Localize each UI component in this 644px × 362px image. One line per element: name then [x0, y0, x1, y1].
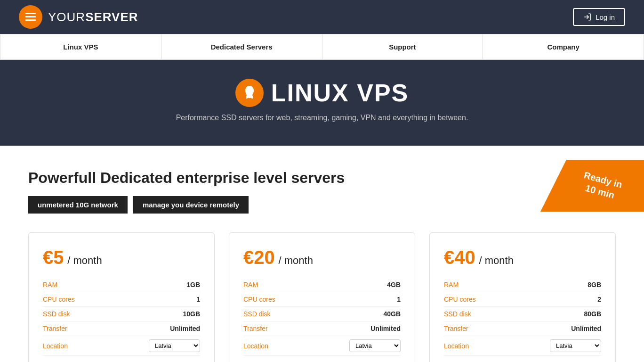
hero-title-row: LINUX VPS — [9, 79, 635, 107]
spec-cpu-1: CPU cores 1 — [43, 292, 200, 307]
section-heading: Powerfull Dedicated enterprise level ser… — [28, 169, 616, 187]
spec-location-2: Location Latvia Netherlands USA — [243, 336, 401, 356]
linux-icon — [235, 79, 264, 107]
svg-rect-2 — [25, 19, 36, 21]
ssd-value-1: 10GB — [183, 310, 200, 318]
transfer-value-1: Unlimited — [170, 325, 200, 332]
main-section: Powerfull Dedicated enterprise level ser… — [0, 146, 644, 362]
spec-transfer-1: Transfer Unlimited — [43, 321, 200, 336]
ram-value-2: 4GB — [387, 281, 401, 288]
badge-network: unmetered 10G network — [28, 196, 128, 214]
cpu-value-2: 1 — [397, 296, 401, 303]
cpu-label-3: CPU cores — [444, 296, 476, 303]
transfer-label-3: Transfer — [444, 325, 468, 332]
ram-value-3: 8GB — [588, 281, 601, 288]
spec-location-3: Location Latvia Netherlands USA — [444, 336, 601, 356]
ssd-label-2: SSD disk — [243, 310, 271, 318]
ram-label-3: RAM — [444, 281, 459, 288]
ready-banner-text: Ready in10 min — [580, 169, 624, 203]
spec-ram-1: RAM 1GB — [43, 278, 200, 292]
spec-cpu-2: CPU cores 1 — [243, 292, 401, 307]
location-label-1: Location — [43, 342, 68, 350]
login-button[interactable]: Log in — [573, 8, 625, 26]
spec-ssd-1: SSD disk 10GB — [43, 307, 200, 321]
nav-linux-vps[interactable]: Linux VPS — [0, 34, 161, 59]
spec-ssd-3: SSD disk 80GB — [444, 307, 601, 321]
logo-area: YOURSERVER — [19, 5, 138, 29]
logo-text: YOURSERVER — [48, 10, 138, 25]
ssd-value-2: 40GB — [383, 310, 401, 318]
cpu-label-2: CPU cores — [243, 296, 275, 303]
spec-ram-3: RAM 8GB — [444, 278, 601, 292]
pricing-card-3: €40 / month RAM 8GB CPU cores 2 SSD disk… — [429, 232, 616, 362]
login-label: Log in — [596, 13, 615, 21]
transfer-label-1: Transfer — [43, 325, 67, 332]
price-amount-3: €40 — [444, 247, 475, 268]
price-line-2: €20 / month — [243, 247, 401, 268]
nav-dedicated-servers[interactable]: Dedicated Servers — [161, 34, 322, 59]
price-line-3: €40 / month — [444, 247, 601, 268]
hero-section: LINUX VPS Performance SSD servers for we… — [0, 60, 644, 146]
nav-support[interactable]: Support — [322, 34, 483, 59]
ram-value-1: 1GB — [186, 281, 200, 288]
main-nav: Linux VPS Dedicated Servers Support Comp… — [0, 34, 644, 60]
spec-ssd-2: SSD disk 40GB — [243, 307, 401, 321]
spec-transfer-3: Transfer Unlimited — [444, 321, 601, 336]
pricing-row: €5 / month RAM 1GB CPU cores 1 SSD disk … — [28, 232, 616, 362]
pricing-card-1: €5 / month RAM 1GB CPU cores 1 SSD disk … — [28, 232, 215, 362]
price-period-3: / month — [479, 255, 514, 266]
spec-cpu-3: CPU cores 2 — [444, 292, 601, 307]
price-line-1: €5 / month — [43, 247, 200, 268]
transfer-value-3: Unlimited — [571, 325, 601, 332]
hero-title: LINUX VPS — [271, 79, 409, 107]
ready-banner: Ready in10 min — [540, 160, 644, 212]
svg-point-5 — [250, 90, 252, 93]
spec-transfer-2: Transfer Unlimited — [243, 321, 401, 336]
price-period-1: / month — [67, 255, 102, 266]
price-amount-2: €20 — [243, 247, 275, 268]
transfer-value-2: Unlimited — [370, 325, 401, 332]
cpu-value-3: 2 — [597, 296, 601, 303]
price-period-2: / month — [279, 255, 313, 266]
location-select-3[interactable]: Latvia Netherlands USA — [550, 339, 601, 352]
location-select-2[interactable]: Latvia Netherlands USA — [349, 339, 401, 352]
logo-light: YOUR — [48, 10, 85, 24]
logo-icon — [19, 5, 42, 29]
hero-subtitle: Performance SSD servers for web, streami… — [9, 114, 635, 122]
location-select-1[interactable]: Latvia Netherlands USA — [149, 339, 200, 352]
ssd-value-3: 80GB — [584, 310, 601, 318]
logo-bold: SERVER — [85, 10, 138, 24]
ram-label-1: RAM — [43, 281, 57, 288]
cpu-label-1: CPU cores — [43, 296, 75, 303]
location-label-2: Location — [243, 342, 268, 350]
transfer-label-2: Transfer — [243, 325, 268, 332]
svg-rect-0 — [25, 13, 36, 14]
badge-remote: manage you device remotely — [133, 196, 249, 214]
ssd-label-1: SSD disk — [43, 310, 70, 318]
header: YOURSERVER Log in — [0, 0, 644, 34]
badges-row: unmetered 10G network manage you device … — [28, 196, 616, 214]
spec-location-1: Location Latvia Netherlands USA — [43, 336, 200, 356]
spec-ram-2: RAM 4GB — [243, 278, 401, 292]
ssd-label-3: SSD disk — [444, 310, 471, 318]
cpu-value-1: 1 — [196, 296, 200, 303]
price-amount-1: €5 — [43, 247, 64, 268]
svg-point-4 — [247, 90, 249, 93]
ram-label-2: RAM — [243, 281, 258, 288]
pricing-card-2: €20 / month RAM 4GB CPU cores 1 SSD disk… — [229, 232, 415, 362]
nav-company[interactable]: Company — [483, 34, 644, 59]
svg-rect-1 — [25, 16, 36, 17]
location-label-3: Location — [444, 342, 469, 350]
